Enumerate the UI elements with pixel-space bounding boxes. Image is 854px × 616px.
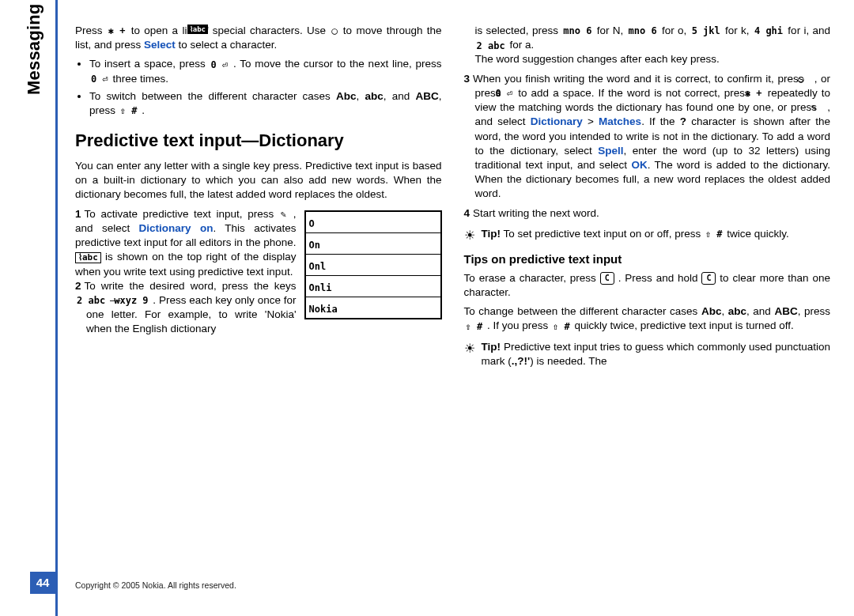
key-6mno: mno 6 [561, 25, 593, 37]
bullet-list: To insert a space, press 0 ⏎ . To move t… [75, 57, 442, 118]
link-dictionary: Dictionary [531, 115, 583, 127]
predictive-indicator-icon: ⌇abc [75, 252, 101, 263]
intro-para: Press ✱ + to open a list of special char… [75, 24, 442, 52]
key-zero: 0 ⏎ [505, 87, 515, 100]
tip-icon: ☀ [464, 227, 482, 244]
key-star: ✱ + [754, 87, 764, 100]
link-dictionary-on: Dictionary on [139, 222, 214, 234]
step-4: 4Start writing the next word. [464, 206, 831, 221]
key-hash: ⇧ # [119, 104, 139, 117]
page-content: Press ✱ + to open a list of special char… [75, 24, 830, 573]
tip-1: ☀ Tip! To set predictive text input on o… [464, 227, 831, 244]
tip-2: ☀ Tip! Predictive text input tries to gu… [464, 340, 831, 368]
key-2abc: 2 abc [475, 40, 507, 52]
key-hash: ⇧ # [704, 228, 724, 240]
tips-change-case: To change between the different characte… [464, 304, 831, 333]
key-6mno: mno 6 [627, 25, 659, 37]
key-star: ✱ + [107, 25, 127, 37]
key-4ghi: 4 ghi [753, 25, 784, 37]
heading-predictive: Predictive text input—Dictionary [75, 129, 442, 153]
key-zero: 0 ⏎ [210, 59, 230, 71]
bullet-insert-space: To insert a space, press 0 ⏎ . To move t… [89, 57, 442, 85]
side-title: Messaging [22, 4, 46, 96]
key-hash: ⇧ # [464, 320, 485, 333]
phone-screen-illustration: O⌇abc On⌇abc Onl⌇abc Onli⌇abc Nokia⌇abc [304, 210, 442, 319]
key-hash: ⇧ # [551, 320, 572, 333]
key-c: C [701, 272, 716, 285]
tips-erase: To erase a character, press C . Press an… [464, 271, 831, 300]
key-5jkl: 5 jkl [690, 25, 722, 37]
key-9wxyz: wxyz 9 [123, 294, 149, 307]
key-pen-icon: ✎ [279, 208, 288, 221]
copyright: Copyright © 2005 Nokia. All rights reser… [75, 580, 236, 591]
predictive-intro: You can enter any letter with a single k… [75, 159, 442, 202]
step-3: 3When you finish writing the word and it… [464, 72, 831, 202]
step-1-number: 1 [75, 208, 81, 220]
link-select: Select [144, 39, 176, 51]
link-spell: Spell [598, 145, 623, 157]
page-number: 44 [30, 572, 55, 594]
link-ok: OK [631, 159, 647, 171]
key-zero: 0 ⏎ [89, 73, 110, 85]
key-2abc: 2 abc [86, 294, 107, 307]
step-2-continued: is selected, press mno 6 for N, mno 6 fo… [464, 24, 831, 67]
key-scroll: ◯ [330, 25, 338, 37]
key-c: C [600, 272, 614, 285]
link-matches: Matches [599, 115, 641, 127]
heading-tips: Tips on predictive text input [464, 251, 831, 267]
tip-icon: ☀ [464, 340, 482, 368]
bullet-switch-case: To switch between the different characte… [89, 89, 442, 118]
